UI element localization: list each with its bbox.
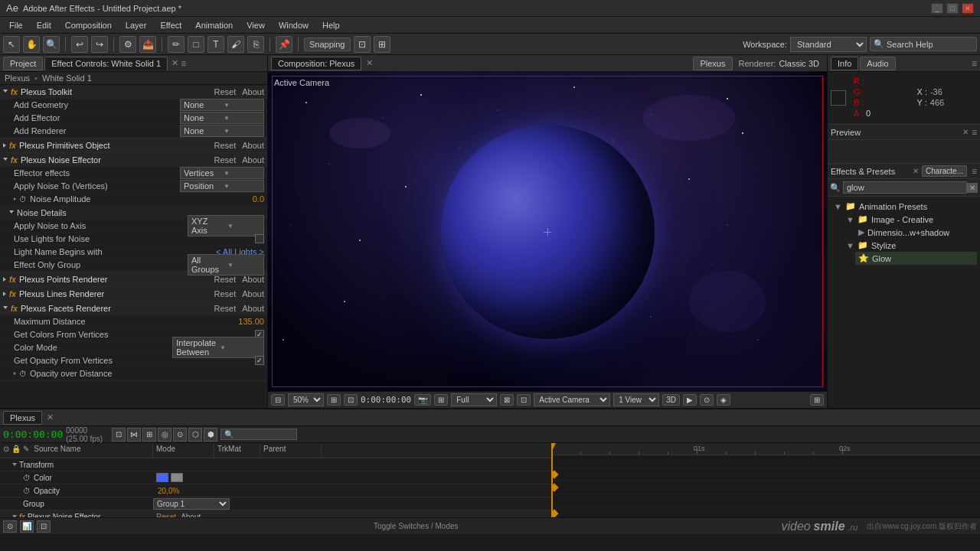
reset-facets[interactable]: Reset bbox=[214, 304, 237, 313]
stopwatch-color[interactable]: ⏱ bbox=[23, 474, 31, 482]
checkbox-get-opacity[interactable] bbox=[255, 356, 264, 365]
menu-composition[interactable]: Composition bbox=[59, 19, 118, 31]
tl-bottom-btn-2[interactable]: 📊 bbox=[20, 520, 34, 533]
folder-image-creative[interactable]: ▼ 📁 Image - Creative bbox=[843, 213, 977, 226]
menu-file[interactable]: File bbox=[3, 19, 29, 31]
dropdown-add-geometry[interactable]: None ▼ bbox=[180, 99, 264, 111]
checkbox-use-lights[interactable] bbox=[255, 234, 264, 243]
redo-btn[interactable]: ↪ bbox=[91, 36, 108, 53]
panel-menu-btn[interactable]: ≡ bbox=[181, 58, 186, 69]
expand-noise-amplitude[interactable] bbox=[14, 197, 16, 201]
playhead[interactable] bbox=[551, 443, 553, 517]
value-noise-amplitude[interactable]: 0.0 bbox=[253, 194, 264, 204]
color-swatch-gray[interactable] bbox=[171, 473, 183, 482]
pen-tool[interactable]: ✏ bbox=[168, 36, 185, 53]
group-select[interactable]: Group 1 bbox=[153, 498, 230, 510]
comp-motion-blur-btn[interactable]: ⊙ bbox=[700, 394, 714, 406]
tl-btn-3[interactable]: ⊞ bbox=[142, 428, 156, 442]
stopwatch-opacity[interactable]: ⏱ bbox=[23, 487, 31, 495]
snap-options[interactable]: ⊡ bbox=[354, 36, 371, 53]
tl-btn-6[interactable]: ⬡ bbox=[188, 428, 202, 442]
search-input[interactable] bbox=[887, 40, 978, 49]
expand-noise-details[interactable] bbox=[9, 210, 14, 216]
dropdown-apply-noise-axis[interactable]: XYZ Axis ▼ bbox=[188, 215, 264, 236]
expand-opacity-distance[interactable] bbox=[14, 372, 16, 375]
reset-noise[interactable]: Reset bbox=[214, 155, 237, 165]
toggle-switches-label[interactable]: Toggle Switches / Modes bbox=[54, 522, 778, 530]
comp-fit[interactable]: ⊡ bbox=[344, 394, 358, 406]
camera-select[interactable]: Active Camera bbox=[534, 393, 610, 406]
preview-menu[interactable]: ≡ bbox=[972, 127, 977, 138]
tab-effect-controls[interactable]: Effect Controls: White Solid 1 bbox=[44, 57, 168, 70]
tl-bottom-btn-3[interactable]: ⊡ bbox=[37, 520, 51, 533]
about-facets[interactable]: About bbox=[242, 304, 264, 313]
tl-btn-5[interactable]: ⊙ bbox=[173, 428, 187, 442]
snapping-toggle[interactable]: Snapping bbox=[304, 37, 351, 51]
tab-audio[interactable]: Audio bbox=[860, 57, 895, 70]
effects-search-input[interactable] bbox=[843, 181, 967, 194]
close-timeline-tab[interactable]: ✕ bbox=[47, 412, 54, 422]
menu-effect[interactable]: Effect bbox=[154, 19, 188, 31]
about-lines[interactable]: About bbox=[242, 289, 264, 298]
effect-header-lines[interactable]: fx Plexus Lines Renderer Reset About bbox=[0, 287, 267, 301]
mask-tool[interactable]: □ bbox=[188, 36, 204, 53]
dropdown-effect-only-group[interactable]: All Groups ▼ bbox=[188, 254, 264, 276]
stopwatch-opacity[interactable]: ⏱ bbox=[19, 370, 27, 378]
comp-overlay-btn[interactable]: ⊠ bbox=[500, 394, 514, 406]
comp-zoom-in[interactable]: ⊞ bbox=[327, 394, 341, 406]
expand-facets[interactable] bbox=[3, 306, 8, 311]
effect-header-facets[interactable]: fx Plexus Facets Renderer Reset About bbox=[0, 302, 267, 315]
value-opacity[interactable]: 20,0% bbox=[158, 487, 179, 495]
comp-grid-btn[interactable]: ⊞ bbox=[434, 394, 448, 406]
effect-header-noise[interactable]: fx Plexus Noise Effector Reset About bbox=[0, 153, 267, 167]
about-toolkit[interactable]: About bbox=[242, 87, 264, 96]
dropdown-add-renderer[interactable]: None ▼ bbox=[180, 125, 264, 137]
about-points[interactable]: About bbox=[242, 275, 264, 284]
comp-3d-btn[interactable]: 3D bbox=[662, 394, 680, 406]
tab-project[interactable]: Project bbox=[3, 57, 43, 70]
expand-primitives[interactable] bbox=[3, 143, 6, 148]
menu-edit[interactable]: Edit bbox=[31, 19, 57, 31]
export-btn[interactable]: 📤 bbox=[139, 36, 156, 53]
render-btn[interactable]: ⚙ bbox=[119, 36, 136, 53]
dropdown-effector-effects[interactable]: Vertices ▼ bbox=[180, 167, 264, 179]
text-tool[interactable]: T bbox=[207, 36, 224, 53]
value-max-distance[interactable]: 135.00 bbox=[238, 317, 264, 326]
preset-item-dimensions[interactable]: ▶ Dimensio...w+shadow bbox=[855, 226, 977, 239]
select-tool[interactable]: ↖ bbox=[3, 36, 20, 53]
effect-header-primitives[interactable]: fx Plexus Primitives Object Reset About bbox=[0, 139, 267, 152]
tl-btn-4[interactable]: ◎ bbox=[158, 428, 172, 442]
comp-preview-btn[interactable]: ▶ bbox=[683, 394, 697, 406]
effects-presets-menu[interactable]: ≡ bbox=[972, 166, 977, 177]
dropdown-add-effector[interactable]: None ▼ bbox=[180, 112, 264, 124]
zoom-tool[interactable]: 🔍 bbox=[43, 36, 60, 53]
preset-item-glow[interactable]: ⭐ Glow bbox=[855, 252, 977, 265]
effect-header-toolkit[interactable]: fx Plexus Toolkit Reset About bbox=[0, 85, 267, 99]
puppet-tool[interactable]: 📌 bbox=[276, 36, 292, 53]
clone-tool[interactable]: ⎘ bbox=[247, 36, 264, 53]
undo-btn[interactable]: ↩ bbox=[71, 36, 88, 53]
expand-lines[interactable] bbox=[3, 292, 6, 296]
folder-stylize[interactable]: ▼ 📁 Stylize bbox=[843, 239, 977, 252]
brush-tool[interactable]: 🖌 bbox=[227, 36, 244, 53]
effects-search-clear[interactable]: ✕ bbox=[967, 183, 978, 193]
workspace-select[interactable]: Standard bbox=[790, 37, 867, 52]
reset-toolkit[interactable]: Reset bbox=[214, 87, 237, 96]
about-primitives[interactable]: About bbox=[242, 141, 264, 150]
reset-points[interactable]: Reset bbox=[214, 275, 237, 284]
timeline-timecode[interactable]: 0:00:00:00 bbox=[3, 429, 63, 440]
quality-select[interactable]: Full bbox=[451, 393, 497, 406]
menu-animation[interactable]: Animation bbox=[189, 19, 239, 31]
hand-tool[interactable]: ✋ bbox=[23, 36, 40, 53]
close-comp-tab[interactable]: ✕ bbox=[366, 58, 373, 68]
comp-checkerboard-btn[interactable]: ⊡ bbox=[517, 394, 531, 406]
comp-camera-btn[interactable]: 📷 bbox=[414, 394, 431, 406]
menu-window[interactable]: Window bbox=[273, 19, 315, 31]
expand-noise[interactable] bbox=[3, 158, 8, 163]
menu-view[interactable]: View bbox=[240, 19, 271, 31]
effect-header-points[interactable]: fx Plexus Points Renderer Reset About bbox=[0, 272, 267, 286]
reset-lines[interactable]: Reset bbox=[214, 289, 237, 298]
reset-primitives[interactable]: Reset bbox=[214, 141, 237, 150]
tl-btn-1[interactable]: ⊡ bbox=[112, 428, 126, 442]
tab-info[interactable]: Info bbox=[831, 57, 858, 70]
